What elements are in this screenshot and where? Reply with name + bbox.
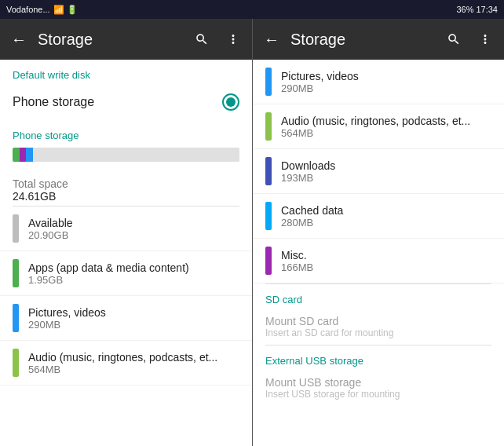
audio-size-right: 564MB: [281, 127, 491, 139]
apps-text: Apps (app data & media content) 1.95GB: [28, 261, 239, 286]
bar-misc: [20, 148, 27, 162]
item-audio-right[interactable]: Audio (music, ringtones, podcasts, et...…: [253, 104, 504, 149]
left-back-button[interactable]: ←: [6, 31, 31, 49]
left-toolbar-title: Storage: [38, 31, 183, 49]
right-toolbar-title: Storage: [290, 31, 435, 49]
panels: ← Storage Default write disk Phone stora…: [0, 19, 504, 446]
sd-mount-subtitle: Insert an SD card for mounting: [265, 327, 491, 338]
item-pictures-right[interactable]: Pictures, videos 290MB: [253, 60, 504, 104]
pictures-name-right: Pictures, videos: [281, 70, 491, 82]
right-content: Pictures, videos 290MB Audio (music, rin…: [253, 60, 504, 446]
item-misc[interactable]: Misc. 166MB: [253, 239, 504, 283]
audio-color-left: [13, 349, 19, 377]
pictures-text-right: Pictures, videos 290MB: [281, 70, 491, 94]
phone-storage-section-label: Phone storage: [0, 120, 252, 144]
cached-text: Cached data 280MB: [281, 204, 491, 228]
right-more-icon[interactable]: [473, 32, 498, 46]
radio-inner: [226, 97, 236, 107]
audio-text-left: Audio (music, ringtones, podcasts, et...…: [28, 351, 239, 375]
audio-name-right: Audio (music, ringtones, podcasts, et...: [281, 115, 491, 127]
total-space-label: Total space: [13, 177, 239, 190]
battery-time: 36% 17:34: [456, 5, 498, 14]
total-space-row: Total space 24.61GB: [0, 168, 252, 206]
status-bar-right: 36% 17:34: [456, 5, 498, 14]
left-panel: ← Storage Default write disk Phone stora…: [0, 19, 252, 446]
usb-mount-section: Mount USB storage Insert USB storage for…: [253, 370, 504, 406]
item-cached[interactable]: Cached data 280MB: [253, 194, 504, 239]
sd-card-label[interactable]: SD card: [253, 284, 504, 309]
sd-mount-title: Mount SD card: [265, 315, 491, 327]
audio-name-left: Audio (music, ringtones, podcasts, et...: [28, 351, 239, 364]
misc-text: Misc. 166MB: [281, 249, 491, 273]
external-usb-label[interactable]: External USB storage: [253, 345, 504, 370]
left-search-icon[interactable]: [189, 32, 214, 46]
audio-color-right: [265, 112, 272, 141]
downloads-text: Downloads 193MB: [281, 159, 491, 184]
item-apps[interactable]: Apps (app data & media content) 1.95GB: [0, 251, 252, 296]
available-text: Available 20.90GB: [28, 217, 239, 241]
right-back-button[interactable]: ←: [259, 31, 284, 49]
pictures-size-left: 290MB: [28, 319, 239, 331]
bar-downloads: [26, 148, 33, 162]
item-downloads[interactable]: Downloads 193MB: [253, 149, 504, 194]
cached-size: 280MB: [281, 217, 491, 228]
misc-name: Misc.: [281, 249, 491, 261]
pictures-text-left: Pictures, videos 290MB: [28, 306, 239, 331]
carrier-text: Vodafone...: [6, 5, 50, 14]
apps-name: Apps (app data & media content): [28, 261, 239, 274]
misc-size: 166MB: [281, 261, 491, 273]
pictures-size-right: 290MB: [281, 82, 491, 94]
item-available[interactable]: Available 20.90GB: [0, 207, 252, 251]
pictures-name-left: Pictures, videos: [28, 306, 239, 319]
available-name: Available: [28, 217, 239, 229]
audio-size-left: 564MB: [28, 364, 239, 375]
downloads-color: [265, 157, 272, 185]
available-color: [13, 214, 19, 243]
pictures-color-left: [13, 304, 19, 332]
status-icons: 📶 🔋: [53, 5, 78, 15]
right-toolbar: ← Storage: [253, 19, 504, 60]
phone-storage-radio-row[interactable]: Phone storage: [0, 84, 252, 120]
usb-mount-title: Mount USB storage: [265, 376, 491, 389]
status-bar-left: Vodafone... 📶 🔋: [6, 5, 78, 15]
right-panel: ← Storage Pictures, videos 290MB: [253, 19, 504, 446]
item-pictures-left[interactable]: Pictures, videos 290MB: [0, 296, 252, 341]
phone-storage-radio-button[interactable]: [222, 93, 239, 111]
available-size: 20.90GB: [28, 229, 239, 241]
default-write-disk-label[interactable]: Default write disk: [0, 60, 252, 84]
cached-name: Cached data: [281, 204, 491, 217]
total-space-value: 24.61GB: [13, 190, 239, 203]
usb-mount-subtitle: Insert USB storage for mounting: [265, 389, 491, 400]
downloads-size: 193MB: [281, 172, 491, 184]
sd-mount-section: Mount SD card Insert an SD card for moun…: [253, 309, 504, 345]
pictures-color-right: [265, 68, 272, 96]
left-toolbar: ← Storage: [0, 19, 252, 60]
status-bar: Vodafone... 📶 🔋 36% 17:34: [0, 0, 504, 19]
left-more-icon[interactable]: [221, 32, 246, 46]
apps-color: [13, 259, 19, 287]
downloads-name: Downloads: [281, 159, 491, 172]
right-search-icon[interactable]: [441, 32, 466, 46]
bar-available: [33, 148, 239, 162]
phone-storage-radio-label: Phone storage: [13, 95, 94, 109]
bar-apps: [13, 148, 20, 162]
misc-color: [265, 247, 272, 275]
cached-color: [265, 202, 272, 230]
item-audio-left[interactable]: Audio (music, ringtones, podcasts, et...…: [0, 341, 252, 386]
apps-size: 1.95GB: [28, 274, 239, 286]
audio-text-right: Audio (music, ringtones, podcasts, et...…: [281, 115, 491, 139]
left-content: Default write disk Phone storage Phone s…: [0, 60, 252, 446]
storage-bar: [13, 148, 239, 162]
